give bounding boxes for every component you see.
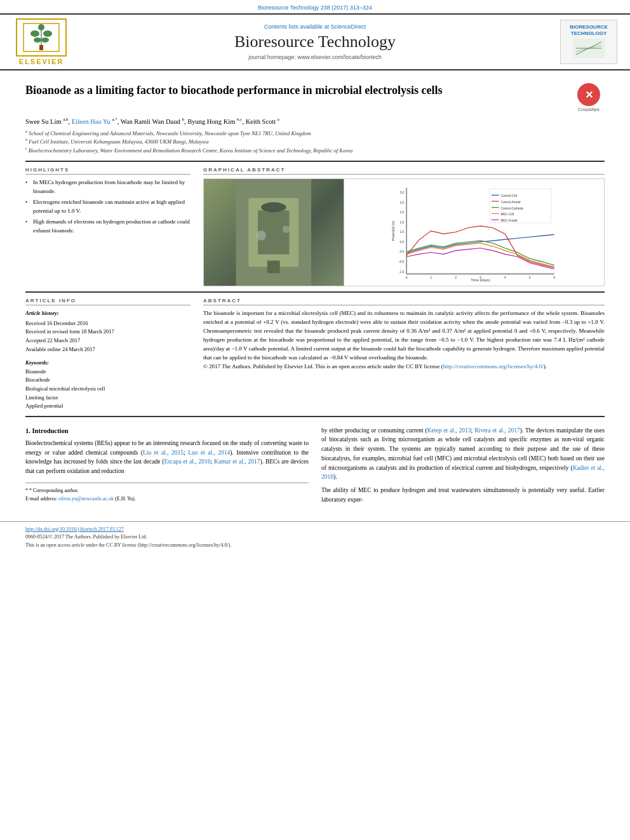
ref-kumar-2017: Kumar et al., 2017: [214, 458, 260, 465]
journal-homepage: journal homepage: www.elsevier.com/locat…: [70, 54, 560, 60]
keyword-2: Biocathode: [25, 376, 191, 385]
svg-text:MEC-Cell: MEC-Cell: [500, 213, 514, 217]
highlight-item-3: High demands of electrons on hydrogen pr…: [25, 218, 191, 235]
svg-point-17: [256, 230, 266, 241]
svg-text:5: 5: [528, 276, 530, 279]
affiliation-c: Bioelectrochemistry Laboratory, Water En…: [29, 147, 352, 153]
elsevier-tree-icon: [22, 22, 60, 53]
intro-para-2: by either producing or consuming current…: [321, 426, 605, 482]
crossmark-badge: ✕ CrossMark: [573, 83, 605, 112]
email-name: (E.H. Yu).: [115, 496, 136, 502]
email-label: E-mail address:: [25, 496, 57, 502]
svg-text:2: 2: [455, 276, 457, 279]
ref-ketep-2013: Ketep et al., 2013: [427, 427, 471, 434]
svg-text:Potential (V): Potential (V): [391, 221, 394, 241]
affiliations: a School of Chemical Engineering and Adv…: [25, 129, 605, 155]
abstract-body: The bioanode is important for a microbia…: [203, 309, 605, 371]
sciencedirect-line: Contents lists available at ScienceDirec…: [70, 23, 560, 30]
sciencedirect-link-text[interactable]: ScienceDirect: [331, 23, 366, 30]
keywords-title: Keywords:: [25, 359, 191, 368]
info-abstract-section: ARTICLE INFO Article history: Received 1…: [25, 298, 605, 411]
graphical-abstract-col: GRAPHICAL ABSTRACT: [203, 167, 605, 286]
svg-text:1.5: 1.5: [399, 221, 404, 224]
intro-col-right: by either producing or consuming current…: [321, 426, 605, 509]
keyword-5: Applied potential: [25, 402, 191, 411]
lab-photo: [204, 179, 344, 286]
fake-image-container: Potential (V) Time (days) 3.0 2.5 2.0 1.…: [204, 179, 604, 286]
svg-text:2.5: 2.5: [399, 201, 404, 204]
svg-text:Control-Cell: Control-Cell: [500, 194, 517, 197]
divider-2: [25, 291, 605, 293]
highlights-col: HIGHLIGHTS In MECs hydrogen production f…: [25, 167, 191, 286]
highlights-list: In MECs hydrogen production from biocath…: [25, 178, 191, 235]
intro-heading: 1. Introduction: [25, 426, 309, 436]
keyword-4: Limiting factor: [25, 394, 191, 403]
journal-title-main: Bioresource Technology: [70, 32, 560, 51]
divider-1: [25, 161, 605, 162]
footnote-email-line: E-mail address: eileen.yu@newcastle.ac.u…: [25, 495, 309, 503]
article-info-label: ARTICLE INFO: [25, 298, 191, 305]
journal-header: Bioresource Technology 238 (2017) 313–32…: [0, 0, 630, 70]
footnote-star: * * Corresponding author.: [25, 487, 309, 495]
svg-text:3.0: 3.0: [399, 192, 404, 195]
keyword-1: Bioanode: [25, 368, 191, 377]
ref-escapa-2016: Escapa et al., 2016: [164, 458, 211, 465]
ref-luo-2014: Luo et al., 2014: [188, 450, 230, 456]
svg-text:0.0: 0.0: [399, 251, 404, 254]
journal-right-logo: BIORESOURCE TECHNOLOGY: [560, 20, 617, 64]
article-title: Bioanode as a limiting factor to biocath…: [25, 83, 442, 98]
svg-text:MEC-Anode: MEC-Anode: [500, 219, 518, 222]
svg-point-2: [38, 24, 44, 30]
email-link[interactable]: eileen.yu@newcastle.ac.uk: [58, 496, 114, 502]
svg-rect-16: [267, 261, 280, 274]
svg-point-4: [43, 30, 52, 37]
svg-text:Control-Cathode: Control-Cathode: [500, 207, 523, 210]
crossmark-label: CrossMark: [573, 107, 605, 112]
svg-point-3: [30, 30, 39, 37]
svg-point-6: [41, 37, 49, 43]
svg-text:6: 6: [553, 276, 555, 279]
lab-photo-svg: [204, 179, 344, 286]
article-info-col: ARTICLE INFO Article history: Received 1…: [25, 298, 191, 411]
svg-point-15: [261, 203, 286, 213]
abstract-text-content: The bioanode is important for a microbia…: [203, 310, 605, 361]
received-date: Received 16 December 2016: [25, 319, 191, 328]
issn-text: 0960-8524/© 2017 The Authors. Published …: [25, 534, 147, 540]
abstract-col: ABSTRACT The bioanode is important for a…: [203, 298, 605, 411]
svg-text:2.0: 2.0: [399, 211, 404, 215]
keywords-block: Keywords: Bioanode Biocathode Biological…: [25, 359, 191, 411]
footnotes: * * Corresponding author. E-mail address…: [25, 483, 309, 503]
revised-date: Received in revised form 18 March 2017: [25, 328, 191, 337]
elsevier-label: ELSEVIER: [19, 58, 64, 65]
crossmark-icon: ✕: [577, 83, 600, 106]
svg-point-5: [34, 37, 41, 43]
ref-liu-2015: Liu et al., 2015: [143, 450, 184, 456]
svg-text:Control-Anode: Control-Anode: [500, 201, 520, 204]
graphical-abstract-image: Potential (V) Time (days) 3.0 2.5 2.0 1.…: [203, 178, 605, 286]
accepted-date: Accepted 22 March 2017: [25, 337, 191, 345]
author-eileen: Eileen Hao Yu: [72, 118, 111, 125]
highlight-item-1: In MECs hydrogen production from biocath…: [25, 178, 191, 196]
contents-label: Contents lists available at: [264, 23, 329, 30]
svg-text:1.0: 1.0: [399, 231, 404, 234]
intro-para-3: The ability of MEC to produce hydrogen a…: [321, 486, 605, 504]
license-text: This is an open access article under the…: [25, 542, 231, 548]
svg-rect-7: [39, 45, 43, 50]
svg-text:-0.5: -0.5: [398, 260, 404, 263]
affiliation-b: Fuel Cell Institute, Universiti Kebangsa…: [29, 138, 208, 145]
introduction-section: 1. Introduction Bioelectrochemical syste…: [25, 426, 605, 509]
highlights-label: HIGHLIGHTS: [25, 167, 191, 175]
highlights-abstract-section: HIGHLIGHTS In MECs hydrogen production f…: [25, 167, 605, 286]
svg-text:-1.0: -1.0: [398, 270, 404, 274]
history-title: Article history:: [25, 309, 191, 318]
svg-text:3: 3: [479, 276, 481, 279]
ref-kadier-2016: Kadier et al., 2016: [321, 465, 605, 481]
journal-ref-bar: Bioresource Technology 238 (2017) 313–32…: [0, 0, 630, 15]
bottom-bar: http://dx.doi.org/10.1016/j.biortech.201…: [0, 521, 630, 554]
doi-link[interactable]: http://dx.doi.org/10.1016/j.biortech.201…: [25, 526, 124, 532]
journal-ref: Bioresource Technology 238 (2017) 313–32…: [258, 4, 372, 11]
abstract-chart: Potential (V) Time (days) 3.0 2.5 2.0 1.…: [344, 179, 605, 286]
intro-para-1: Bioelectrochemical systems (BESs) appear…: [25, 439, 309, 476]
cc-link-1[interactable]: http://creativecommons.org/licenses/by/4…: [443, 363, 544, 370]
affiliation-a: School of Chemical Engineering and Advan…: [29, 130, 311, 136]
